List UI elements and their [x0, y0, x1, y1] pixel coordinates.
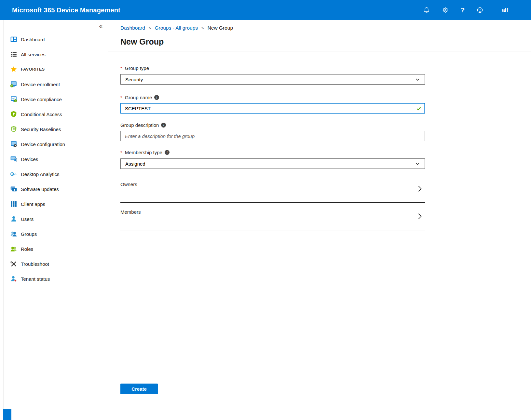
desktop-analytics-icon [10, 170, 17, 178]
sidebar-item-label: Desktop Analytics [21, 171, 59, 177]
sidebar-item-label: Device compliance [21, 97, 62, 102]
chevron-down-icon [415, 77, 420, 82]
software-updates-icon [10, 185, 17, 193]
required-marker: * [120, 65, 122, 71]
feedback-smiley-icon[interactable] [476, 7, 483, 14]
device-enrollment-icon [10, 81, 17, 88]
sidebar-item-label: Roles [21, 246, 33, 252]
members-label: Members [120, 209, 425, 215]
group-type-label: * Group type [120, 65, 425, 71]
group-type-value: Security [125, 77, 143, 82]
sidebar-item-troubleshoot[interactable]: Troubleshoot [4, 256, 108, 271]
breadcrumb-current: New Group [208, 25, 233, 31]
sidebar-nav: Dashboard All services FAVORITES Device … [4, 32, 108, 286]
sidebar-item-label: Devices [21, 156, 38, 162]
groups-people-icon [10, 230, 17, 237]
sidebar-header-label: FAVORITES [21, 67, 45, 72]
account-name[interactable]: alf [502, 7, 508, 13]
users-person-icon [10, 215, 17, 223]
sidebar-item-security-baselines[interactable]: Security Baselines [4, 122, 108, 137]
sidebar-item-desktop-analytics[interactable]: Desktop Analytics [4, 167, 108, 182]
breadcrumb-separator: > [201, 26, 204, 31]
chevron-right-icon [416, 212, 423, 220]
sidebar-item-label: Client apps [21, 201, 45, 207]
sidebar-item-label: Device enrollment [21, 82, 60, 87]
membership-type-select[interactable]: Assigned [120, 158, 425, 169]
sidebar-item-conditional-access[interactable]: Conditional Access [4, 107, 108, 122]
breadcrumb-dashboard-link[interactable]: Dashboard [120, 25, 145, 31]
troubleshoot-tools-icon [10, 260, 17, 267]
device-configuration-icon [10, 141, 17, 148]
sidebar-collapse-button[interactable]: « [4, 20, 108, 32]
sidebar-item-label: All services [21, 52, 46, 57]
sidebar-favorites-header: FAVORITES [4, 62, 108, 77]
breadcrumb: Dashboard > Groups - All groups > New Gr… [120, 24, 531, 32]
sidebar-item-software-updates[interactable]: Software updates [4, 182, 108, 196]
dashboard-icon [10, 36, 17, 43]
sidebar-item-label: Conditional Access [21, 112, 62, 117]
membership-type-label: * Membership type i [120, 149, 425, 156]
group-description-field-wrap [120, 131, 425, 141]
sidebar-item-label: Device configuration [21, 142, 65, 147]
topbar-actions: ? alf [423, 7, 531, 14]
page-title: New Group [120, 37, 531, 47]
info-icon[interactable]: i [165, 150, 170, 155]
breadcrumb-groups-link[interactable]: Groups - All groups [155, 25, 198, 31]
device-compliance-icon [10, 96, 17, 103]
info-icon[interactable]: i [161, 123, 166, 128]
group-name-label: * Group name i [120, 94, 425, 101]
required-marker: * [120, 94, 122, 101]
devices-icon [10, 156, 17, 163]
sidebar-item-users[interactable]: Users [4, 211, 108, 226]
sidebar-item-label: Dashboard [21, 37, 45, 42]
group-description-input[interactable] [120, 131, 425, 141]
main-content: Dashboard > Groups - All groups > New Gr… [108, 20, 531, 420]
sidebar-item-device-enrollment[interactable]: Device enrollment [4, 77, 108, 92]
sidebar-item-devices[interactable]: Devices [4, 152, 108, 167]
sidebar-item-client-apps[interactable]: Client apps [4, 196, 108, 211]
sidebar-item-label: Software updates [21, 186, 59, 192]
sidebar-item-dashboard[interactable]: Dashboard [4, 32, 108, 47]
owners-row[interactable]: Owners [120, 175, 425, 203]
required-marker: * [120, 149, 122, 156]
members-row[interactable]: Members [120, 203, 425, 231]
all-services-icon [10, 51, 17, 58]
client-apps-grid-icon [10, 200, 17, 208]
chevron-right-icon [416, 185, 423, 193]
group-type-select[interactable]: Security [120, 74, 425, 85]
breadcrumb-separator: > [149, 26, 151, 31]
title-divider [108, 51, 531, 51]
valid-check-icon [416, 106, 422, 111]
app-title: Microsoft 365 Device Management [0, 7, 120, 14]
feedback-corner-tab[interactable] [3, 409, 11, 420]
chevron-down-icon [415, 161, 420, 166]
roles-person-icon [10, 245, 17, 252]
sidebar: « Dashboard All services FAVORITES Devi [3, 20, 108, 420]
collapse-chevron-icon: « [99, 22, 102, 30]
settings-gear-icon[interactable] [442, 7, 449, 14]
footer-divider [108, 371, 531, 371]
security-baselines-icon [10, 126, 17, 133]
group-description-label: Group description i [120, 122, 425, 128]
sidebar-item-roles[interactable]: Roles [4, 241, 108, 256]
conditional-access-shield-icon [10, 111, 17, 118]
sidebar-item-tenant-status[interactable]: Tenant status [4, 271, 108, 286]
sidebar-item-label: Groups [21, 231, 37, 237]
topbar: Microsoft 365 Device Management ? alf [0, 0, 531, 20]
sidebar-item-device-configuration[interactable]: Device configuration [4, 137, 108, 152]
new-group-form: * Group type Security * Group name i Gro… [120, 65, 425, 231]
help-icon[interactable]: ? [461, 7, 465, 14]
sidebar-item-label: Users [21, 216, 34, 222]
group-name-input[interactable] [120, 103, 425, 114]
sidebar-item-label: Tenant status [21, 276, 50, 282]
info-icon[interactable]: i [154, 95, 159, 100]
sidebar-item-all-services[interactable]: All services [4, 47, 108, 62]
group-name-field-wrap [120, 103, 425, 114]
create-button[interactable]: Create [120, 384, 158, 394]
star-icon [10, 66, 17, 73]
sidebar-item-label: Security Baselines [21, 127, 61, 132]
sidebar-item-device-compliance[interactable]: Device compliance [4, 92, 108, 107]
sidebar-item-groups[interactable]: Groups [4, 226, 108, 241]
owners-label: Owners [120, 181, 425, 187]
notifications-bell-icon[interactable] [423, 7, 430, 14]
